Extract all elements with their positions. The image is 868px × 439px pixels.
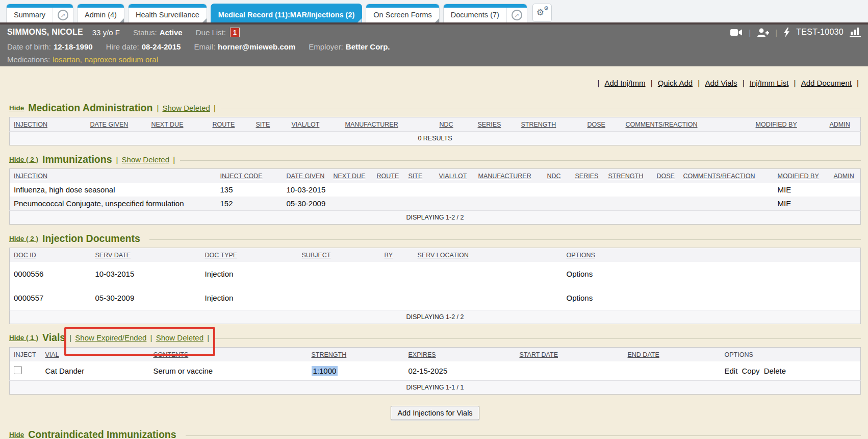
tab-accent-strip xyxy=(129,4,207,8)
hide-immunizations-link[interactable]: Hide ( 2 ) xyxy=(9,156,38,163)
immunization-row[interactable]: Influenza, high dose seasonal 135 10-03-… xyxy=(10,183,861,197)
col-modified-by[interactable]: MODIFIED BY xyxy=(752,117,826,132)
col-serv-location[interactable]: SERV LOCATION xyxy=(414,248,563,262)
tab-medical-record-active[interactable]: Medical Record (11):MAR/Injections (2) xyxy=(211,4,363,22)
col-vial-lot[interactable]: VIAL/LOT xyxy=(288,117,341,132)
show-deleted-immunizations-link[interactable]: Show Deleted xyxy=(122,155,169,164)
show-expired-ended-link[interactable]: Show Expired/Ended xyxy=(75,333,146,342)
col-date-given[interactable]: DATE GIVEN xyxy=(86,117,147,132)
quick-add-link[interactable]: Quick Add xyxy=(658,79,693,87)
tab-summary[interactable]: Summary ↗ xyxy=(6,4,73,22)
hide-vials-link[interactable]: Hide ( 1 ) xyxy=(9,334,38,342)
col-subject[interactable]: SUBJECT xyxy=(298,248,380,262)
col-serv-date[interactable]: SERV DATE xyxy=(91,248,201,262)
flowsheet-button[interactable] xyxy=(850,28,861,37)
col-injection[interactable]: INJECTION xyxy=(10,169,216,183)
add-document-link[interactable]: Add Document xyxy=(801,79,852,87)
due-list-label: Due List: xyxy=(196,28,226,37)
separator: | xyxy=(150,333,152,342)
tab-accent-strip xyxy=(78,4,124,8)
tab-health-surveillance[interactable]: Health Surveillance xyxy=(128,4,207,22)
col-vial[interactable]: VIAL xyxy=(41,347,149,361)
action-separator: | xyxy=(597,79,599,87)
col-doc-type[interactable]: DOC TYPE xyxy=(201,248,298,262)
col-route[interactable]: ROUTE xyxy=(373,169,404,183)
due-list-badge[interactable]: 1 xyxy=(230,28,240,37)
tab-admin[interactable]: Admin (4) xyxy=(77,4,124,22)
vial-row[interactable]: Cat Dander Serum or vaccine 1:1000 02-15… xyxy=(10,361,861,381)
col-end-date[interactable]: END DATE xyxy=(624,347,721,361)
hide-contraindicated-link[interactable]: Hide xyxy=(9,431,24,438)
add-vials-link[interactable]: Add Vials xyxy=(705,79,737,87)
add-user-button[interactable] xyxy=(757,28,769,37)
vial-select-checkbox[interactable] xyxy=(14,366,22,374)
medication-link-losartan[interactable]: losartan xyxy=(53,55,80,64)
show-deleted-vials-link[interactable]: Show Deleted xyxy=(156,333,203,342)
document-options-link[interactable]: Options xyxy=(567,294,593,302)
cell-expires: 02-15-2025 xyxy=(404,361,516,381)
col-options[interactable]: OPTIONS xyxy=(563,248,861,262)
vial-delete-link[interactable]: Delete xyxy=(764,367,786,375)
col-strength[interactable]: STRENGTH xyxy=(308,347,404,361)
add-injections-for-vials-button[interactable]: Add Injections for Vials xyxy=(391,406,479,420)
separator: | xyxy=(214,104,216,112)
col-date-given[interactable]: DATE GIVEN xyxy=(283,169,329,183)
col-site[interactable]: SITE xyxy=(404,169,435,183)
col-series[interactable]: SERIES xyxy=(474,117,517,132)
col-strength[interactable]: STRENGTH xyxy=(517,117,583,132)
document-options-link[interactable]: Options xyxy=(567,270,593,278)
col-manufacturer[interactable]: MANUFACTURER xyxy=(474,169,543,183)
vial-edit-link[interactable]: Edit xyxy=(725,367,738,375)
col-modified-by[interactable]: MODIFIED BY xyxy=(774,169,830,183)
col-strength[interactable]: STRENGTH xyxy=(604,169,653,183)
hide-injection-documents-link[interactable]: Hide ( 2 ) xyxy=(9,235,38,242)
document-row[interactable]: 0000556 10-03-2015 Injection Options xyxy=(10,262,861,286)
separator: | xyxy=(116,155,118,164)
col-by[interactable]: BY xyxy=(380,248,414,262)
document-row[interactable]: 0000557 05-30-2009 Injection Options xyxy=(10,286,861,310)
col-expires[interactable]: EXPIRES xyxy=(404,347,516,361)
col-ndc[interactable]: NDC xyxy=(436,117,474,132)
employer-label: Employer: xyxy=(309,42,343,51)
tab-documents[interactable]: Documents (7) ↗ xyxy=(443,4,527,22)
add-inj-imm-link[interactable]: Add Inj/Imm xyxy=(604,79,645,87)
section-vials: Hide ( 1 ) Vials | Show Expired/Ended | … xyxy=(9,331,861,395)
col-dose[interactable]: DOSE xyxy=(583,117,622,132)
col-ndc[interactable]: NDC xyxy=(543,169,571,183)
dob-value: 12-18-1990 xyxy=(54,42,93,51)
quick-actions-button[interactable] xyxy=(783,28,790,37)
tab-on-screen-forms[interactable]: On Screen Forms xyxy=(366,4,439,22)
col-start-date[interactable]: START DATE xyxy=(516,347,624,361)
bar-chart-icon xyxy=(850,28,861,37)
col-injection[interactable]: INJECTION xyxy=(10,117,86,132)
col-manufacturer[interactable]: MANUFACTURER xyxy=(341,117,436,132)
col-contents[interactable]: CONTENTS xyxy=(149,347,308,361)
med-admin-table: INJECTION DATE GIVEN NEXT DUE ROUTE SITE… xyxy=(9,117,861,145)
col-series[interactable]: SERIES xyxy=(571,169,604,183)
col-vial-lot[interactable]: VIAL/LOT xyxy=(435,169,474,183)
col-dose[interactable]: DOSE xyxy=(653,169,679,183)
video-call-button[interactable] xyxy=(730,29,743,36)
tab-bar: Summary ↗ Admin (4) Health Surveillance … xyxy=(0,0,868,22)
vial-copy-link[interactable]: Copy xyxy=(742,367,760,375)
immunization-row[interactable]: Pneumococcal Conjugate, unspecified form… xyxy=(10,197,861,211)
medication-link-naproxen[interactable]: naproxen sodium oral xyxy=(85,55,158,64)
col-doc-id[interactable]: DOC ID xyxy=(10,248,91,262)
show-deleted-med-admin-link[interactable]: Show Deleted xyxy=(162,104,210,112)
col-comments-reaction[interactable]: COMMENTS/REACTION xyxy=(622,117,752,132)
hide-med-admin-link[interactable]: Hide xyxy=(9,104,24,112)
col-route[interactable]: ROUTE xyxy=(209,117,252,132)
col-comments-reaction[interactable]: COMMENTS/REACTION xyxy=(679,169,774,183)
tab-accent-strip xyxy=(7,4,73,8)
col-site[interactable]: SITE xyxy=(252,117,288,132)
col-next-due[interactable]: NEXT DUE xyxy=(147,117,209,132)
external-link-icon: ↗ xyxy=(512,10,522,20)
inj-imm-list-link[interactable]: Inj/Imm List xyxy=(750,79,789,87)
col-next-due[interactable]: NEXT DUE xyxy=(329,169,373,183)
col-admin[interactable]: ADMIN xyxy=(830,169,861,183)
col-inject-code[interactable]: INJECT CODE xyxy=(216,169,283,183)
section-rule xyxy=(149,239,861,240)
col-admin[interactable]: ADMIN xyxy=(826,117,861,132)
tab-settings-button[interactable]: ⚙ ⚙ xyxy=(532,4,552,22)
add-user-icon xyxy=(757,28,769,37)
